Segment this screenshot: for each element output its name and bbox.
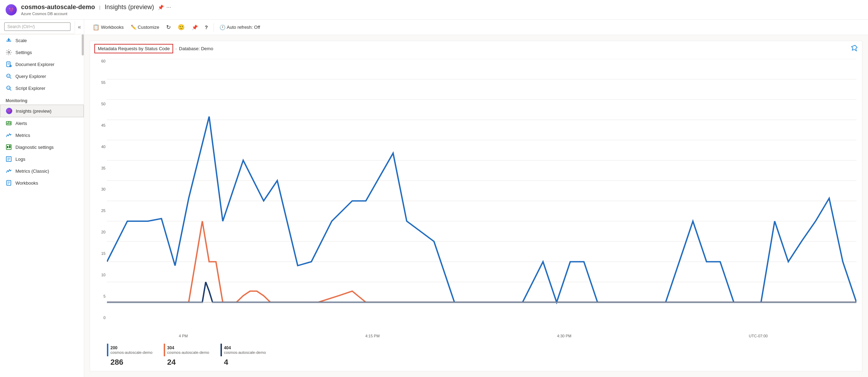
chart-sep: - [175, 46, 177, 51]
logs-icon [6, 156, 12, 162]
toolbar: 📋 Workbooks ✏️ Customize ↻ 🙂 📌 ? [84, 20, 868, 35]
svg-line-12 [7, 75, 8, 77]
clock-icon: 🕐 [219, 25, 225, 30]
sidebar-item-label: Alerts [15, 121, 27, 126]
pin-icon: 📌 [192, 25, 198, 30]
chart-title: Metadata Requests by Status Code [94, 44, 173, 53]
collapse-button[interactable]: « [75, 21, 84, 33]
svg-line-13 [8, 75, 9, 77]
legend-code-404: 404 [224, 345, 266, 350]
sidebar-item-label: Document Explorer [15, 62, 54, 67]
y-axis: 60 55 50 45 40 35 30 25 20 15 10 5 [93, 59, 106, 320]
workbooks-button[interactable]: 📋 Workbooks [90, 22, 127, 32]
settings-icon [6, 49, 12, 55]
search-input[interactable] [4, 22, 70, 31]
legend-color-200 [107, 344, 108, 356]
sidebar-item-settings[interactable]: Settings [0, 46, 84, 58]
svg-text:</>: </> [7, 87, 11, 89]
chart-legend: 200 cosmos-autoscale-demo 286 304 [90, 341, 862, 371]
sidebar-item-insights[interactable]: 💜 Insights (preview) [0, 105, 84, 117]
pin-icon[interactable]: 📌 [158, 5, 164, 10]
edit-icon: ✏️ [131, 25, 136, 30]
sidebar-item-document-explorer[interactable]: Document Explorer [0, 58, 84, 70]
sidebar-item-label: Metrics (Classic) [15, 168, 49, 174]
query-explorer-icon [6, 73, 12, 79]
svg-line-15 [10, 89, 11, 91]
help-button[interactable]: ? [202, 23, 211, 32]
header-separator: | [99, 5, 100, 10]
page-title: Insights (preview) [104, 4, 154, 11]
x-label-430pm: 4:30 PM [557, 334, 571, 338]
document-explorer-icon [6, 61, 12, 67]
sidebar-nav: Scale Settings Document Explorer [0, 34, 84, 377]
sidebar-item-diagnostic[interactable]: Diagnostic settings [0, 141, 84, 153]
resource-type: Azure Cosmos DB account [21, 12, 171, 16]
legend-name-304: cosmos-autoscale-demo [167, 350, 209, 355]
insights-icon: 💜 [6, 108, 12, 114]
feedback-button[interactable]: 🙂 [175, 22, 188, 32]
sidebar-item-label: Scale [15, 38, 27, 43]
sidebar-item-script-explorer[interactable]: </> Script Explorer [0, 82, 84, 94]
svg-line-11 [10, 77, 11, 79]
sidebar-item-label: Diagnostic settings [15, 145, 54, 150]
sidebar-item-scale[interactable]: Scale [0, 34, 84, 46]
x-label-415pm: 4:15 PM [365, 334, 380, 338]
customize-button[interactable]: ✏️ Customize [128, 23, 162, 31]
sidebar-item-label: Metrics [15, 133, 30, 138]
sidebar-item-label: Script Explorer [15, 86, 45, 91]
svg-rect-22 [7, 146, 8, 148]
sidebar-item-metrics-classic[interactable]: Metrics (Classic) [0, 165, 84, 177]
sidebar-item-label: Logs [15, 157, 25, 162]
x-axis: 4 PM 4:15 PM 4:30 PM UTC-07:00 [90, 334, 856, 338]
svg-rect-19 [8, 122, 9, 124]
sidebar-item-metrics[interactable]: Metrics [0, 129, 84, 141]
svg-point-10 [7, 74, 10, 78]
sidebar-item-query-explorer[interactable]: Query Explorer [0, 70, 84, 82]
alerts-icon [6, 120, 12, 126]
refresh-button[interactable]: ↻ [163, 22, 174, 32]
legend-value-200: 286 [107, 358, 152, 367]
diagnostic-icon [6, 144, 12, 150]
svg-rect-23 [9, 145, 11, 148]
sidebar-item-logs[interactable]: Logs [0, 153, 84, 165]
chart-svg [107, 59, 856, 307]
sidebar-item-label: Workbooks [15, 180, 38, 186]
metrics-icon [6, 132, 12, 138]
scrollbar[interactable] [82, 34, 84, 55]
chart-pin-button[interactable] [851, 45, 858, 53]
pin-button[interactable]: 📌 [189, 23, 201, 32]
legend-name-200: cosmos-autoscale-demo [110, 350, 152, 355]
feedback-icon: 🙂 [178, 24, 185, 31]
legend-code-200: 200 [110, 345, 152, 350]
legend-value-304: 24 [164, 358, 209, 367]
app-icon: 💜 [6, 4, 17, 15]
workbooks-icon [6, 180, 12, 186]
svg-point-3 [8, 52, 10, 53]
x-label-utc: UTC-07:00 [749, 334, 768, 338]
svg-rect-20 [10, 122, 11, 124]
legend-item-404: 404 cosmos-autoscale-demo 4 [221, 344, 266, 367]
legend-value-404: 4 [221, 358, 266, 367]
resource-name: cosmos-autoscale-demo [21, 4, 95, 11]
help-icon: ? [205, 25, 208, 30]
svg-point-28 [8, 170, 9, 172]
svg-rect-2 [8, 38, 9, 41]
svg-rect-18 [7, 123, 8, 124]
workbooks-icon: 📋 [93, 24, 100, 31]
monitoring-section-label: Monitoring [0, 94, 84, 105]
legend-item-304: 304 cosmos-autoscale-demo 24 [164, 344, 209, 367]
refresh-icon: ↻ [166, 24, 171, 31]
legend-color-404 [221, 344, 222, 356]
legend-name-404: cosmos-autoscale-demo [224, 350, 266, 355]
scale-icon [6, 37, 12, 44]
metrics-classic-icon [6, 168, 12, 174]
auto-refresh-button[interactable]: 🕐 Auto refresh: Off [217, 23, 263, 32]
legend-code-304: 304 [167, 345, 209, 350]
sidebar-item-label: Settings [15, 50, 32, 55]
sidebar-item-workbooks[interactable]: Workbooks [0, 177, 84, 189]
more-icon[interactable]: ··· [167, 4, 171, 11]
legend-color-304 [164, 344, 165, 356]
script-explorer-icon: </> [6, 85, 12, 91]
sidebar-item-alerts[interactable]: Alerts [0, 117, 84, 129]
chart-db-label: Database: Demo [179, 46, 213, 51]
